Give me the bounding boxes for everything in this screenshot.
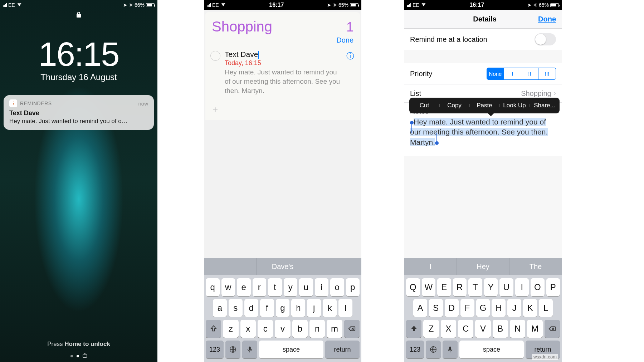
key-h[interactable]: H bbox=[492, 299, 506, 317]
done-button[interactable]: Done bbox=[212, 36, 353, 44]
key-g[interactable]: G bbox=[476, 299, 490, 317]
key-s[interactable]: s bbox=[229, 299, 243, 317]
keyboard[interactable]: I Hey The QWERTYUIOP ASDFGHJKL ZXCVBNM 1… bbox=[404, 258, 562, 362]
key-u[interactable]: u bbox=[299, 278, 313, 296]
key-w[interactable]: w bbox=[221, 278, 235, 296]
ctx-share[interactable]: Share... bbox=[530, 102, 560, 109]
key-c[interactable]: C bbox=[458, 320, 473, 338]
key-o[interactable]: O bbox=[531, 278, 545, 296]
notes-textarea[interactable]: Hey mate. Just wanted to remind you of o… bbox=[410, 117, 556, 147]
unlock-hint[interactable]: Press Home to unlock bbox=[0, 341, 157, 348]
key-n[interactable]: n bbox=[309, 320, 325, 338]
key-g[interactable]: g bbox=[276, 299, 290, 317]
key-z[interactable]: z bbox=[223, 320, 238, 338]
key-t[interactable]: t bbox=[268, 278, 282, 296]
suggestion[interactable] bbox=[204, 258, 257, 275]
key-m[interactable]: M bbox=[527, 320, 542, 338]
key-i[interactable]: i bbox=[315, 278, 329, 296]
reminder-item[interactable]: Text Dave Today, 16:15 Hey mate. Just wa… bbox=[205, 47, 360, 99]
key-k[interactable]: k bbox=[323, 299, 337, 317]
globe-key[interactable] bbox=[225, 341, 240, 358]
ctx-lookup[interactable]: Look Up bbox=[499, 102, 530, 109]
key-m[interactable]: m bbox=[327, 320, 342, 338]
key-y[interactable]: y bbox=[284, 278, 298, 296]
selection-handle-end[interactable] bbox=[435, 141, 439, 145]
key-c[interactable]: c bbox=[258, 320, 273, 338]
keyboard[interactable]: Dave's qwertyuiop asdfghjkl zxcvbnm 123 … bbox=[204, 258, 361, 362]
key-v[interactable]: v bbox=[275, 320, 290, 338]
key-i[interactable]: I bbox=[515, 278, 529, 296]
key-j[interactable]: j bbox=[307, 299, 321, 317]
key-d[interactable]: d bbox=[244, 299, 258, 317]
key-d[interactable]: D bbox=[445, 299, 459, 317]
key-s[interactable]: S bbox=[429, 299, 443, 317]
mic-key[interactable] bbox=[242, 341, 257, 358]
suggestion[interactable]: I bbox=[404, 258, 457, 275]
suggestion-bar[interactable]: Dave's bbox=[204, 258, 361, 275]
reminder-notification[interactable]: REMINDERS now Text Dave Hey mate. Just w… bbox=[4, 95, 154, 130]
shift-key[interactable] bbox=[406, 320, 421, 338]
key-e[interactable]: E bbox=[437, 278, 451, 296]
key-y[interactable]: Y bbox=[484, 278, 498, 296]
add-reminder-button[interactable]: + bbox=[205, 99, 360, 120]
key-r[interactable]: r bbox=[253, 278, 267, 296]
suggestion[interactable]: The bbox=[509, 258, 562, 275]
suggestion-bar[interactable]: I Hey The bbox=[404, 258, 562, 275]
key-l[interactable]: L bbox=[539, 299, 553, 317]
complete-checkbox[interactable] bbox=[210, 51, 220, 61]
key-t[interactable]: T bbox=[468, 278, 482, 296]
key-x[interactable]: x bbox=[240, 320, 256, 338]
key-o[interactable]: o bbox=[330, 278, 344, 296]
key-p[interactable]: p bbox=[346, 278, 360, 296]
priority-low[interactable]: ! bbox=[504, 68, 521, 79]
key-w[interactable]: W bbox=[422, 278, 436, 296]
camera-icon[interactable] bbox=[83, 354, 87, 358]
globe-key[interactable] bbox=[426, 341, 441, 358]
key-u[interactable]: U bbox=[499, 278, 513, 296]
key-e[interactable]: e bbox=[237, 278, 251, 296]
key-z[interactable]: Z bbox=[423, 320, 439, 338]
ctx-paste[interactable]: Paste bbox=[469, 102, 499, 109]
priority-none[interactable]: None bbox=[487, 68, 504, 79]
key-k[interactable]: K bbox=[523, 299, 537, 317]
ctx-copy[interactable]: Copy bbox=[439, 102, 469, 109]
key-b[interactable]: b bbox=[292, 320, 308, 338]
done-button[interactable]: Done bbox=[538, 15, 556, 23]
key-b[interactable]: B bbox=[493, 320, 508, 338]
location-switch[interactable] bbox=[535, 33, 556, 45]
priority-high[interactable]: !!! bbox=[538, 68, 556, 79]
key-a[interactable]: a bbox=[213, 299, 227, 317]
suggestion[interactable] bbox=[309, 258, 361, 275]
space-key[interactable]: space bbox=[459, 341, 524, 358]
key-j[interactable]: J bbox=[507, 299, 521, 317]
text-context-menu[interactable]: Cut Copy Paste Look Up Share... bbox=[409, 98, 560, 113]
shift-key[interactable] bbox=[206, 320, 221, 338]
mic-key[interactable] bbox=[443, 341, 458, 358]
suggestion[interactable]: Hey bbox=[457, 258, 509, 275]
info-button[interactable]: ⓘ bbox=[346, 51, 355, 62]
location-row[interactable]: Remind me at a location bbox=[404, 29, 562, 50]
key-v[interactable]: V bbox=[475, 320, 491, 338]
selection-handle-start[interactable] bbox=[410, 121, 414, 124]
ctx-cut[interactable]: Cut bbox=[409, 102, 439, 109]
backspace-key[interactable] bbox=[545, 320, 560, 338]
key-r[interactable]: R bbox=[453, 278, 467, 296]
return-key[interactable]: return bbox=[325, 341, 360, 358]
key-q[interactable]: Q bbox=[406, 278, 420, 296]
key-l[interactable]: l bbox=[338, 299, 352, 317]
suggestion[interactable]: Dave's bbox=[257, 258, 309, 275]
reminder-title-input[interactable]: Text Dave bbox=[225, 50, 259, 59]
key-f[interactable]: F bbox=[460, 299, 474, 317]
numbers-key[interactable]: 123 bbox=[206, 341, 224, 358]
page-indicator[interactable] bbox=[0, 354, 157, 358]
priority-med[interactable]: !! bbox=[521, 68, 538, 79]
key-n[interactable]: N bbox=[510, 320, 525, 338]
key-q[interactable]: q bbox=[206, 278, 220, 296]
key-f[interactable]: f bbox=[260, 299, 274, 317]
key-x[interactable]: X bbox=[441, 320, 456, 338]
key-p[interactable]: P bbox=[546, 278, 560, 296]
backspace-key[interactable] bbox=[344, 320, 360, 338]
space-key[interactable]: space bbox=[259, 341, 323, 358]
numbers-key[interactable]: 123 bbox=[406, 341, 424, 358]
key-h[interactable]: h bbox=[291, 299, 305, 317]
